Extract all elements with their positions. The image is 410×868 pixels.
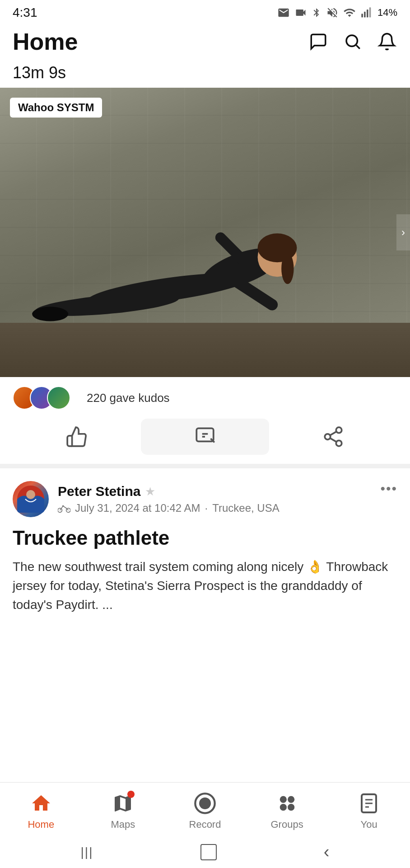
bell-icon — [377, 32, 396, 51]
post-header: Peter Stetina ★ July 31, 2024 at 10:42 A… — [13, 481, 397, 517]
you-icon — [358, 793, 380, 814]
workout-badge: Wahoo SYSTM — [10, 98, 102, 118]
share-button[interactable] — [269, 419, 397, 455]
share-icon — [322, 425, 345, 448]
post-username: Peter Stetina — [58, 484, 140, 499]
svg-point-28 — [199, 797, 211, 809]
status-bar: 4:31 — [0, 0, 410, 24]
post-body: The new southwest trail system coming al… — [13, 557, 397, 614]
android-back[interactable]: ‹ — [324, 842, 330, 862]
thumbs-up-icon — [65, 425, 88, 448]
svg-point-30 — [288, 796, 294, 803]
nav-maps[interactable]: Maps — [82, 783, 164, 836]
svg-line-5 — [356, 45, 360, 49]
messages-button[interactable] — [308, 31, 329, 52]
nav-home[interactable]: Home — [0, 783, 82, 836]
mute-icon — [326, 6, 339, 19]
record-icon-wrap — [192, 791, 218, 816]
svg-point-31 — [280, 804, 286, 811]
nav-you[interactable]: You — [328, 783, 410, 836]
status-icons: 14% — [277, 6, 397, 19]
post-avatar[interactable] — [13, 481, 49, 517]
post-meta: July 31, 2024 at 10:42 AM · Truckee, USA — [58, 502, 280, 514]
svg-point-26 — [62, 505, 64, 507]
nav-items: Home Maps Record — [0, 783, 410, 836]
page-title: Home — [13, 28, 78, 55]
nav-groups[interactable]: Groups — [246, 783, 328, 836]
status-time: 4:31 — [13, 5, 37, 20]
post-location: Truckee, USA — [212, 502, 280, 514]
workout-person — [0, 196, 410, 341]
svg-line-20 — [330, 438, 336, 442]
card-arrow: › — [396, 214, 410, 250]
workout-card[interactable]: Wahoo SYSTM › — [0, 88, 410, 377]
bottom-navigation: Home Maps Record — [0, 782, 410, 868]
comment-button[interactable] — [141, 419, 269, 455]
maps-icon-wrap — [110, 791, 135, 816]
post-date: July 31, 2024 at 10:42 AM — [75, 502, 200, 514]
kudos-avatar-3 — [47, 386, 70, 410]
kudos-avatars — [13, 386, 70, 410]
battery-status: 14% — [377, 7, 397, 19]
home-icon-wrap — [28, 791, 54, 816]
comment-icon — [194, 425, 216, 448]
groups-icon — [275, 792, 299, 815]
android-recent[interactable]: ||| — [81, 845, 93, 859]
post-star: ★ — [145, 485, 155, 499]
post-name-row: Peter Stetina ★ — [58, 484, 280, 499]
search-button[interactable] — [342, 31, 363, 52]
svg-line-21 — [330, 432, 336, 435]
post-title: Truckee pathlete — [13, 526, 397, 550]
svg-point-23 — [26, 490, 35, 499]
post-card: Peter Stetina ★ July 31, 2024 at 10:42 A… — [0, 468, 410, 623]
post-separator: · — [205, 502, 208, 514]
svg-rect-0 — [361, 14, 363, 17]
svg-point-14 — [32, 307, 68, 321]
svg-point-11 — [281, 253, 294, 284]
nav-record[interactable]: Record — [164, 783, 246, 836]
you-icon-wrap — [356, 791, 382, 816]
svg-point-17 — [336, 427, 342, 433]
kudos-button[interactable] — [13, 419, 141, 455]
svg-point-19 — [336, 440, 342, 446]
record-icon — [193, 792, 217, 815]
svg-point-32 — [288, 804, 294, 811]
search-icon — [343, 32, 362, 51]
timer-display: 13m 9s — [13, 63, 66, 82]
home-label: Home — [28, 819, 54, 830]
svg-line-8 — [231, 278, 272, 305]
you-label: You — [361, 819, 377, 830]
groups-label: Groups — [271, 819, 303, 830]
android-nav: ||| ‹ — [0, 836, 410, 868]
timer-section: 13m 9s — [0, 60, 410, 88]
app-header: Home — [0, 24, 410, 60]
cycling-icon — [58, 503, 70, 513]
post-user-info: Peter Stetina ★ July 31, 2024 at 10:42 A… — [58, 484, 280, 514]
maps-label: Maps — [111, 819, 135, 830]
svg-point-4 — [346, 35, 358, 47]
wifi-icon — [343, 6, 356, 19]
post-more-button[interactable]: ••• — [380, 481, 397, 496]
svg-rect-3 — [369, 7, 371, 17]
svg-rect-1 — [364, 12, 366, 18]
header-actions — [308, 31, 397, 52]
groups-icon-wrap — [275, 791, 300, 816]
action-row — [0, 414, 410, 468]
kudos-count: 220 gave kudos — [87, 391, 170, 405]
notifications-button[interactable] — [377, 31, 397, 52]
svg-point-29 — [280, 796, 286, 803]
post-user: Peter Stetina ★ July 31, 2024 at 10:42 A… — [13, 481, 280, 517]
home-icon — [30, 793, 52, 814]
bluetooth-icon — [312, 6, 321, 19]
gmail-icon — [277, 6, 290, 19]
avatar-image — [17, 486, 44, 513]
svg-point-18 — [325, 434, 331, 440]
svg-rect-2 — [367, 9, 368, 18]
record-label: Record — [189, 819, 221, 830]
signal-icon — [360, 6, 373, 19]
android-home[interactable] — [200, 844, 217, 860]
chat-icon — [309, 32, 328, 51]
kudos-row: 220 gave kudos — [0, 377, 410, 414]
video-icon — [294, 6, 307, 19]
